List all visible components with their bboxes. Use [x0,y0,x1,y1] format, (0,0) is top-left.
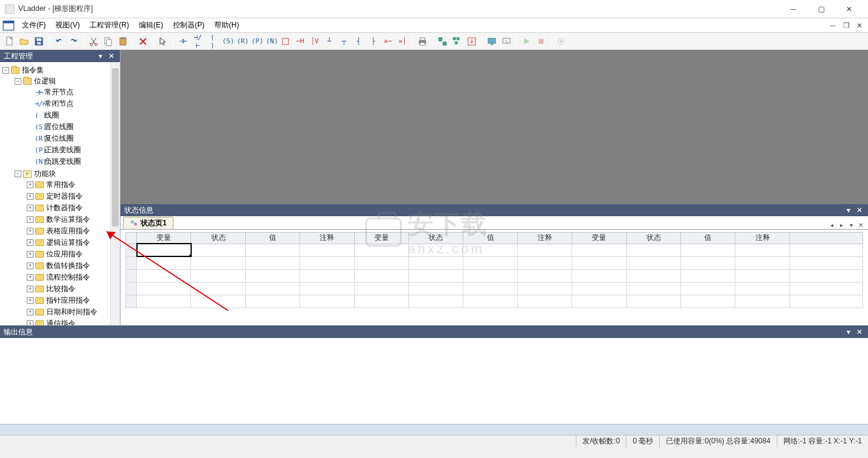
no-contact-button[interactable]: ⊣⊢ [177,35,190,48]
expand-toggle[interactable]: + [27,320,33,325]
col-state[interactable]: 状态 [191,233,245,244]
grid-cell[interactable] [409,269,463,282]
vline-button[interactable]: │V [308,35,321,48]
grid-cell[interactable] [735,269,790,282]
panel-close-button[interactable]: ✕ [855,205,864,215]
grid-cell[interactable] [300,269,354,282]
expand-toggle[interactable]: − [15,78,21,85]
tree-func-table[interactable]: 表格应用指令 [46,226,90,236]
grid-cell[interactable] [300,295,354,308]
col-var[interactable]: 变量 [354,233,408,244]
grid-cell[interactable] [681,269,735,282]
del-hline-button[interactable]: ✕─ [381,35,394,48]
branch-left-button[interactable]: ┤ [352,35,365,48]
grid-cell[interactable] [517,244,572,256]
grid-cell[interactable] [137,269,191,282]
tab-menu-button[interactable]: ▾ [847,220,855,229]
copy-button[interactable] [102,35,115,48]
grid-cell[interactable] [735,295,790,308]
grid-cell[interactable] [463,269,517,282]
expand-toggle[interactable]: + [27,181,33,188]
status-grid[interactable]: 变量状态值注释变量状态值注释变量状态值注释 [125,232,863,308]
tree-func-compare[interactable]: 比较指令 [46,284,75,294]
print-button[interactable] [416,35,429,48]
grid-cell[interactable] [354,256,408,269]
menu-file[interactable]: 文件(F) [17,19,51,32]
grid-cell[interactable] [572,295,626,308]
grid-cell[interactable] [626,282,681,295]
pos-edge-button[interactable]: (P) [250,35,263,48]
expand-toggle[interactable]: + [27,251,33,258]
grid-cell[interactable] [572,269,626,282]
grid-cell[interactable] [245,295,299,308]
col-value[interactable]: 值 [245,233,299,244]
grid-cell[interactable] [517,256,572,269]
tree-neg-edge[interactable]: 负跳变线圈 [44,157,81,167]
col-comment[interactable]: 注释 [300,233,354,244]
menu-project[interactable]: 工程管理(R) [85,19,134,32]
tree-func-logic[interactable]: 逻辑运算指令 [46,238,90,248]
stop-button[interactable] [534,35,548,48]
grid-cell[interactable] [572,244,626,256]
tab-next-button[interactable]: ▸ [837,220,845,229]
pointer-button[interactable] [156,35,170,48]
col-comment[interactable]: 注释 [517,233,572,244]
tree-root[interactable]: 指令集 [22,65,44,76]
tree-bitlogic[interactable]: 位逻辑 [34,76,56,86]
grid-cell[interactable] [463,295,517,308]
mdi-minimize-button[interactable]: ─ [827,21,839,30]
col-comment[interactable]: 注释 [735,233,790,244]
grid-cell[interactable] [790,244,863,256]
tab-prev-button[interactable]: ◂ [827,220,836,229]
grid-cell[interactable] [137,295,191,308]
expand-toggle[interactable]: + [27,262,33,269]
grid-cell[interactable] [354,282,408,295]
output-body[interactable] [0,338,868,424]
expand-toggle[interactable]: + [27,274,33,281]
grid-cell[interactable] [463,256,517,269]
tree-func-math[interactable]: 数学运算指令 [46,214,90,225]
hline-button[interactable]: ─H [293,35,307,48]
grid-cell[interactable] [409,256,463,269]
menu-edit[interactable]: 编辑(E) [134,19,168,32]
cut-button[interactable] [87,35,100,48]
grid-cell[interactable] [626,269,681,282]
del-vline-button[interactable]: ✕│ [396,35,409,48]
tree-func-convert[interactable]: 数值转换指令 [46,261,90,271]
tree-func-flow[interactable]: 流程控制指令 [46,272,90,283]
delete-button[interactable] [136,35,150,48]
expand-toggle[interactable]: + [27,239,33,246]
expand-toggle[interactable]: + [27,205,33,211]
grid-cell[interactable] [354,269,408,282]
neg-edge-button[interactable]: (N) [264,35,278,48]
status-tab-1[interactable]: 状态页1 [123,217,173,229]
grid-cell[interactable] [409,244,463,256]
col-value[interactable]: 值 [681,233,735,244]
tree-func-bitapp[interactable]: 位应用指令 [46,249,83,259]
grid-cell[interactable] [137,256,191,269]
tree-scrollbar[interactable] [110,62,120,325]
paste-button[interactable] [116,35,130,48]
grid-cell[interactable] [790,295,863,308]
tree-no-contact[interactable]: 常开节点 [44,87,74,97]
grid-cell[interactable] [300,282,354,295]
grid-cell[interactable] [354,295,408,308]
menu-controller[interactable]: 控制器(P) [168,19,209,32]
grid-cell[interactable] [409,282,463,295]
tree-set-coil[interactable]: 置位线圈 [44,122,74,132]
grid-cell[interactable] [790,256,863,269]
grid-cell[interactable] [409,295,463,308]
tree-func-counter[interactable]: 计数器指令 [46,203,83,213]
save-button[interactable] [32,35,46,48]
grid-cell[interactable] [463,282,517,295]
grid-cell[interactable] [300,244,354,256]
undo-button[interactable] [52,35,66,48]
grid-cell[interactable] [191,244,245,256]
compile-button[interactable] [436,35,449,48]
grid-cell[interactable] [626,256,681,269]
expand-toggle[interactable]: + [27,286,33,292]
menu-view[interactable]: 视图(V) [51,19,85,32]
expand-toggle[interactable]: + [27,216,33,223]
nc-contact-button[interactable]: ⊣/⊢ [191,35,205,48]
grid-cell[interactable] [191,256,245,269]
